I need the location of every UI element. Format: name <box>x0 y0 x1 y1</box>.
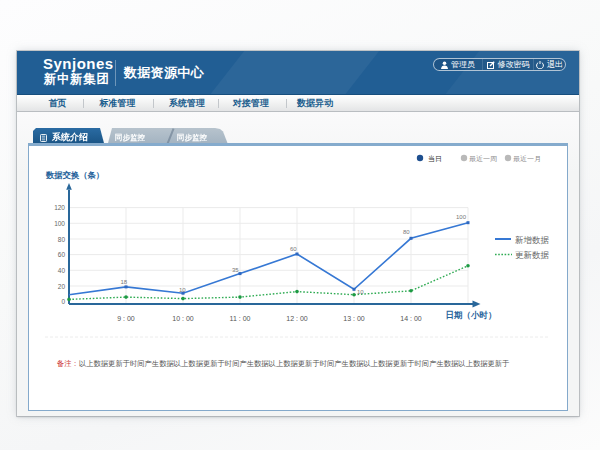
svg-text:120: 120 <box>54 204 65 211</box>
svg-text:13 : 00: 13 : 00 <box>343 315 365 322</box>
svg-text:9 : 00: 9 : 00 <box>117 315 135 322</box>
svg-text:100: 100 <box>456 214 467 220</box>
svg-text:20: 20 <box>58 283 66 290</box>
svg-text:更新数据: 更新数据 <box>515 250 550 260</box>
svg-text:100: 100 <box>54 220 65 227</box>
svg-text:新增数据: 新增数据 <box>515 235 550 245</box>
svg-text:14 : 00: 14 : 00 <box>400 315 422 322</box>
svg-text:80: 80 <box>403 229 410 235</box>
svg-text:10: 10 <box>179 287 186 293</box>
svg-text:日期（小时）: 日期（小时） <box>446 310 497 320</box>
svg-text:备注：以上数据更新于时间产生数据以上数据更新于时间产生数据以: 备注：以上数据更新于时间产生数据以上数据更新于时间产生数据以上数据更新于时间产生… <box>57 359 509 368</box>
svg-text:10: 10 <box>357 289 364 295</box>
svg-text:80: 80 <box>58 236 66 243</box>
svg-text:最近一月: 最近一月 <box>513 155 541 163</box>
svg-text:最近一周: 最近一周 <box>469 155 497 162</box>
svg-text:12 : 00: 12 : 00 <box>286 315 308 322</box>
svg-text:11 : 00: 11 : 00 <box>230 315 251 322</box>
svg-text:60: 60 <box>58 251 66 258</box>
svg-text:60: 60 <box>290 246 297 252</box>
svg-text:数据交换（条）: 数据交换（条） <box>45 170 104 180</box>
svg-text:10 : 00: 10 : 00 <box>172 315 194 322</box>
svg-text:40: 40 <box>58 267 66 274</box>
svg-text:0: 0 <box>61 298 65 305</box>
svg-text:35: 35 <box>232 267 239 273</box>
svg-text:18: 18 <box>121 279 128 285</box>
svg-text:当日: 当日 <box>428 155 442 163</box>
